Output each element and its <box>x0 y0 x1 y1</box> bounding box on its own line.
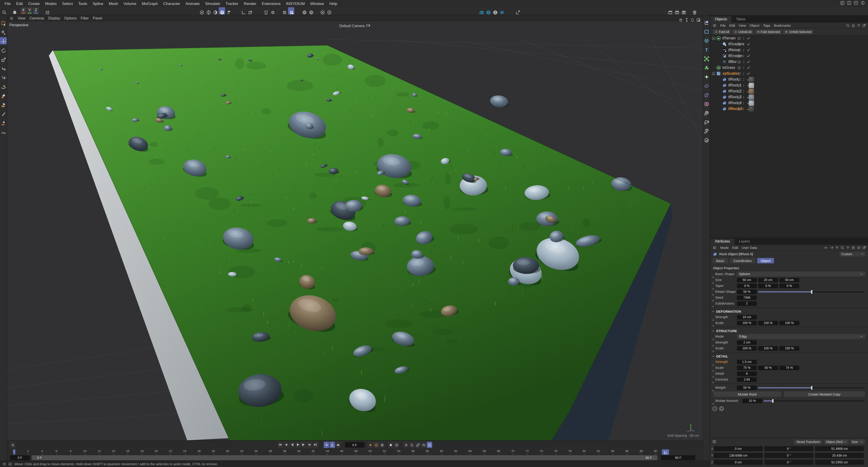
points-mode-icon[interactable] <box>198 7 205 14</box>
layer-assign-icon[interactable] <box>737 107 741 111</box>
value-field[interactable]: 100 % <box>779 321 799 325</box>
null-object-button[interactable] <box>703 90 710 97</box>
visibility-dots-icon[interactable] <box>742 42 745 46</box>
tree-row-tfgradient[interactable]: tfGradient <box>710 41 868 47</box>
cube-primitive-button[interactable] <box>703 36 710 43</box>
scale-tool-button[interactable] <box>0 55 7 62</box>
filter-icon[interactable] <box>846 245 850 250</box>
render-queue-clapper-icon[interactable] <box>674 7 680 14</box>
menu-select[interactable]: Select <box>59 1 75 6</box>
material-thumbnail[interactable] <box>749 100 754 106</box>
layer-assign-icon[interactable] <box>737 89 741 93</box>
prev-frame-button[interactable] <box>289 442 295 448</box>
transform-tool-button[interactable] <box>0 64 7 71</box>
layer-assign-icon[interactable] <box>737 36 741 40</box>
menu-mesh[interactable]: Mesh <box>106 1 121 6</box>
key-parameter-button[interactable] <box>421 442 426 448</box>
menu-window[interactable]: Window <box>307 1 327 6</box>
key-rotation-button[interactable] <box>409 442 414 448</box>
value-field[interactable]: 8 <box>737 371 757 376</box>
enabled-check-icon[interactable] <box>746 54 750 58</box>
search-icon[interactable] <box>1 7 7 14</box>
interface-icon[interactable] <box>860 0 865 5</box>
value-field[interactable]: 75 % <box>779 366 799 370</box>
tree-row-tfnoise[interactable]: tfNoise <box>710 47 868 53</box>
value-field[interactable]: 50 % <box>737 289 757 294</box>
back-arrow-icon[interactable] <box>824 245 828 250</box>
loop-playback-button[interactable] <box>324 442 329 448</box>
dropdown-mode[interactable]: Edgy <box>737 334 865 339</box>
array-generator-button[interactable] <box>703 63 710 70</box>
edges-mode-icon[interactable] <box>205 7 212 14</box>
tab-objects[interactable]: Objects <box>710 16 732 23</box>
enabled-check-icon[interactable] <box>746 48 750 52</box>
objects-menu-object[interactable]: Object <box>749 23 759 27</box>
viewport-menu-filter[interactable]: Filter <box>81 16 89 20</box>
popout-icon[interactable] <box>862 23 866 27</box>
enabled-check-icon[interactable] <box>746 71 750 76</box>
menu-animate[interactable]: Animate <box>183 1 202 6</box>
menu-tracker[interactable]: Tracker <box>223 1 241 6</box>
value-field[interactable]: 2 <box>737 301 757 306</box>
autokey-button[interactable]: A <box>373 442 379 448</box>
forward-arrow-icon[interactable] <box>830 245 834 250</box>
tab-layers[interactable]: Layers <box>735 238 754 245</box>
model-mode-icon[interactable] <box>219 7 225 14</box>
size-x-field[interactable]: 51.4808 cm <box>815 446 864 451</box>
symmetry-button[interactable] <box>703 99 710 106</box>
maximize-view-icon[interactable] <box>696 16 701 20</box>
viewport-scene[interactable] <box>7 21 703 440</box>
value-field[interactable]: 20 cm <box>758 278 778 282</box>
visibility-dots-icon[interactable] <box>742 54 745 58</box>
layer-assign-icon[interactable] <box>737 95 741 99</box>
key-pla-button[interactable] <box>427 442 432 448</box>
position-z-field[interactable]: 0 cm <box>714 460 763 465</box>
position-y-field[interactable]: 138.6086 cm <box>714 453 763 458</box>
add-keyframe-button[interactable] <box>368 442 373 448</box>
layer-assign-icon[interactable] <box>737 72 741 75</box>
target-rings-icon[interactable] <box>691 7 698 14</box>
value-field[interactable]: 10 cm <box>737 315 757 319</box>
menu-tools[interactable]: Tools <box>75 1 90 6</box>
coord-space-dropdown[interactable]: Object (Rel) <box>824 439 848 444</box>
value-field[interactable]: 2 cm <box>737 340 757 345</box>
interactive-render-eye-icon[interactable] <box>499 7 505 14</box>
objects-menu-bookmarks[interactable]: Bookmarks <box>774 23 791 27</box>
section-header-deformation[interactable]: DEFORMATION <box>710 309 868 314</box>
fold-button-fold-selected[interactable]: Fold Selected <box>755 29 782 34</box>
value-field[interactable]: 50 % <box>737 385 757 390</box>
value-field[interactable]: 10 % <box>742 399 762 403</box>
visibility-dots-icon[interactable] <box>742 101 745 105</box>
layer-assign-icon[interactable] <box>737 84 741 87</box>
popout-icon[interactable] <box>862 245 866 250</box>
live-selection-button[interactable] <box>0 19 7 26</box>
value-field[interactable]: 100 % <box>779 346 799 350</box>
tree-row-tfrock-5[interactable]: tfRock.5 <box>710 106 868 112</box>
goto-start-button[interactable] <box>278 442 283 448</box>
slider-handle[interactable] <box>811 386 812 389</box>
visibility-dots-icon[interactable] <box>742 36 745 40</box>
value-field[interactable]: 100 % <box>758 346 778 350</box>
tree-row-tfblur[interactable]: tfBlur <box>710 59 868 65</box>
line-pen-button[interactable] <box>0 119 7 126</box>
key-scale-button[interactable] <box>415 442 421 448</box>
rotate-tool-button[interactable] <box>0 46 7 53</box>
slider-weight[interactable] <box>758 385 865 390</box>
preset-dropdown[interactable]: Custom <box>839 252 866 256</box>
next-frame-button[interactable] <box>301 442 307 448</box>
material-thumbnail[interactable] <box>749 77 754 82</box>
primitive-pen-button[interactable] <box>0 100 7 108</box>
effector-button[interactable] <box>703 72 710 79</box>
slider-retain-shape[interactable] <box>758 289 865 294</box>
soft-selection-button[interactable] <box>0 73 7 81</box>
quantize-grid-lock-icon[interactable] <box>288 7 294 14</box>
value-field[interactable]: 2.94 <box>737 377 757 382</box>
rotation-z-field[interactable]: 0 ° <box>765 460 813 465</box>
range-slider[interactable]: 0 F90 F <box>32 455 657 460</box>
snap-magnet-icon[interactable] <box>263 7 269 14</box>
filter-icon[interactable] <box>857 23 861 27</box>
value-field[interactable]: 50 cm <box>737 278 757 282</box>
attributes-menu-edit[interactable]: Edit <box>733 245 738 250</box>
axis-lock-y-button[interactable]: Y <box>27 7 33 14</box>
light-object-button[interactable]: ST <box>703 127 710 134</box>
